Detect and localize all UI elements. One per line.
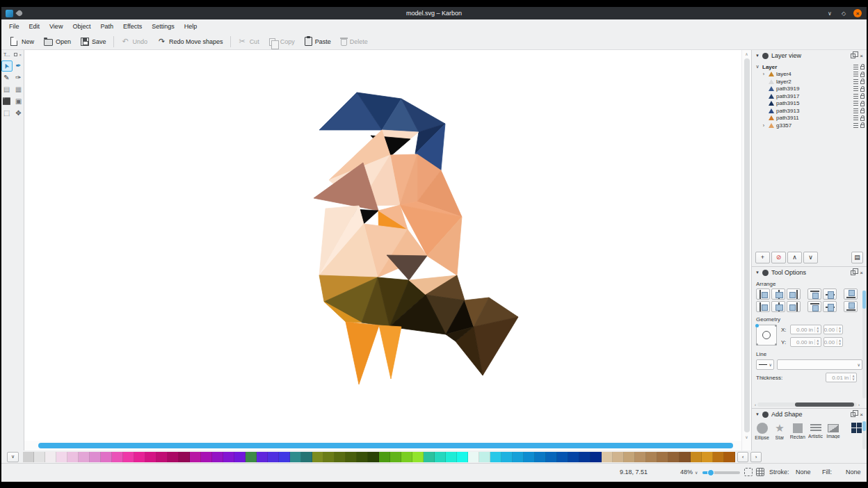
tool-options-vscrollbar[interactable] xyxy=(862,291,866,398)
color-swatch-27[interactable] xyxy=(323,452,335,462)
layer-properties-icon[interactable] xyxy=(853,79,858,84)
color-swatch-29[interactable] xyxy=(346,452,357,462)
path-tool[interactable]: ✒ xyxy=(13,60,24,72)
view-mode-button[interactable]: ▤ xyxy=(851,252,863,263)
layer-properties-icon[interactable] xyxy=(853,94,858,99)
distribute-hcenter-button[interactable] xyxy=(771,301,785,312)
distribute-bottom-button[interactable] xyxy=(844,301,858,312)
lock-icon[interactable] xyxy=(860,74,865,77)
star-shape[interactable]: ★Star xyxy=(772,423,787,440)
color-swatch-61[interactable] xyxy=(702,452,713,462)
tool-options-hscrollbar[interactable]: ‹ › xyxy=(755,401,860,407)
zoom-slider-thumb[interactable] xyxy=(707,469,714,476)
color-swatch-43[interactable] xyxy=(501,452,513,462)
color-swatch-35[interactable] xyxy=(412,452,424,462)
artistic-text-shape[interactable]: Artistic xyxy=(808,423,823,439)
lock-icon[interactable] xyxy=(860,66,865,70)
layer-row-layer2[interactable]: layer2 xyxy=(752,78,867,86)
shape-collection-shape[interactable] xyxy=(849,423,864,434)
lock-icon[interactable] xyxy=(860,110,865,113)
layer-row-g3357[interactable]: ›g3357 xyxy=(752,122,867,129)
zoom-slider[interactable] xyxy=(702,471,740,474)
thickness-field[interactable]: 0.01 in ∧∨ xyxy=(826,373,857,382)
color-swatch-12[interactable] xyxy=(156,452,168,462)
lock-icon[interactable] xyxy=(860,95,865,99)
color-swatch-25[interactable] xyxy=(301,452,312,462)
expander-down-icon[interactable]: ∨ xyxy=(755,64,760,70)
color-swatch-57[interactable] xyxy=(657,452,668,462)
lock-icon[interactable] xyxy=(860,88,865,92)
layer-row-path3919[interactable]: path3919 xyxy=(752,86,867,93)
float-panel-icon[interactable] xyxy=(851,270,855,275)
color-swatch-5[interactable] xyxy=(79,452,90,462)
color-swatch-13[interactable] xyxy=(168,452,179,462)
align-right-button[interactable] xyxy=(787,288,801,300)
menu-file[interactable]: File xyxy=(4,21,24,32)
color-swatch-10[interactable] xyxy=(134,452,145,462)
layer-properties-icon[interactable] xyxy=(853,123,858,128)
add-layer-button[interactable]: + xyxy=(755,252,770,263)
color-swatch-44[interactable] xyxy=(513,452,524,462)
hscroll-thumb[interactable] xyxy=(795,402,853,407)
color-swatch-21[interactable] xyxy=(257,452,268,462)
color-swatch-30[interactable] xyxy=(357,452,368,462)
ellipse-shape[interactable]: Ellipse xyxy=(755,423,769,440)
hscroll-thumb[interactable] xyxy=(38,443,733,448)
color-swatch-52[interactable] xyxy=(602,452,613,462)
hscroll-track[interactable] xyxy=(757,402,857,407)
x-position-field[interactable]: 0.00 in ∧∨ xyxy=(790,325,821,334)
scroll-down-icon[interactable]: ∨ xyxy=(742,434,751,439)
color-swatch-8[interactable] xyxy=(112,452,123,462)
color-swatch-9[interactable] xyxy=(123,452,134,462)
color-swatch-59[interactable] xyxy=(680,452,691,462)
rectangle-shape[interactable]: Rectan xyxy=(790,423,805,439)
pencil-tool[interactable]: ✎ xyxy=(1,72,13,83)
maximize-button[interactable]: ◇ xyxy=(839,9,848,17)
layer-properties-icon[interactable] xyxy=(853,65,858,70)
image-shape[interactable]: Image xyxy=(826,423,840,439)
anchor-dot-topleft[interactable] xyxy=(755,324,759,327)
color-swatch-11[interactable] xyxy=(145,452,156,462)
color-swatch-56[interactable] xyxy=(646,452,657,462)
width-field[interactable]: 0.00 in ∧∨ xyxy=(823,325,844,334)
color-swatch-58[interactable] xyxy=(668,452,680,462)
color-swatch-2[interactable] xyxy=(45,452,56,462)
color-swatch-19[interactable] xyxy=(234,452,246,462)
lock-icon[interactable] xyxy=(860,124,865,128)
color-swatch-45[interactable] xyxy=(524,452,535,462)
distribute-right-button[interactable] xyxy=(787,301,801,312)
palette-prev-button[interactable]: ‹ xyxy=(737,452,748,462)
color-swatch-18[interactable] xyxy=(223,452,234,462)
color-swatch-51[interactable] xyxy=(590,452,602,462)
color-swatch-16[interactable] xyxy=(201,452,212,462)
zoom-control[interactable]: 48% ∨ xyxy=(680,469,698,475)
float-panel-icon[interactable] xyxy=(851,54,855,58)
color-swatch-46[interactable] xyxy=(535,452,546,462)
paste-button[interactable]: Paste xyxy=(300,35,336,48)
align-hcenter-button[interactable] xyxy=(771,288,785,300)
scroll-left-icon[interactable]: ‹ xyxy=(755,402,756,407)
color-swatch-42[interactable] xyxy=(490,452,501,462)
color-swatch-62[interactable] xyxy=(713,452,724,462)
collapse-arrow-icon[interactable]: ▼ xyxy=(755,412,760,416)
float-panel-icon[interactable] xyxy=(851,412,855,417)
close-button[interactable]: × xyxy=(853,9,862,17)
color-swatch-41[interactable] xyxy=(479,452,490,462)
color-swatch-15[interactable] xyxy=(190,452,201,462)
align-top-button[interactable] xyxy=(807,288,821,300)
color-swatch-60[interactable] xyxy=(691,452,702,462)
color-swatch-7[interactable] xyxy=(101,452,112,462)
frame-tool[interactable]: ⬚ xyxy=(1,108,13,119)
color-swatch-49[interactable] xyxy=(568,452,579,462)
anchor-dot-bottomleft[interactable] xyxy=(756,343,758,345)
color-swatch-24[interactable] xyxy=(290,452,301,462)
lock-icon[interactable] xyxy=(860,117,865,121)
line-dash-combo[interactable]: ∨ xyxy=(777,359,862,370)
y-spin-arrows-icon[interactable]: ∧∨ xyxy=(814,339,821,345)
color-swatch-31[interactable] xyxy=(368,452,379,462)
color-swatch-1[interactable] xyxy=(34,452,45,462)
scroll-up-icon[interactable]: ∧ xyxy=(742,51,751,56)
menu-settings[interactable]: Settings xyxy=(147,21,179,32)
color-swatch-6[interactable] xyxy=(90,452,101,462)
color-swatch-0[interactable] xyxy=(23,452,34,462)
